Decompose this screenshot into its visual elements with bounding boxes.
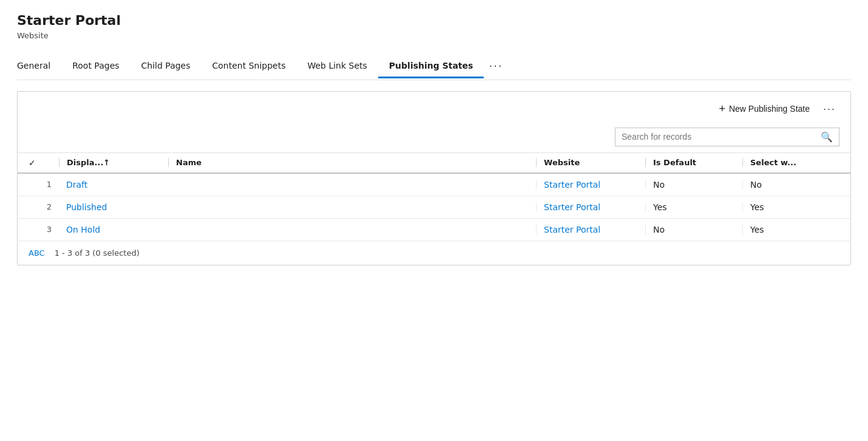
row-is-default: No xyxy=(645,225,742,234)
tab-publishing-states[interactable]: Publishing States xyxy=(378,55,484,78)
row-website-link[interactable]: Starter Portal xyxy=(536,180,645,190)
record-count: 1 - 3 of 3 (0 selected) xyxy=(55,248,140,258)
search-row: 🔍 xyxy=(18,124,850,153)
table-header-row: ✓ Displa...↑ Name Website Is Default Sel… xyxy=(18,153,850,174)
col-header-name[interactable]: Name xyxy=(168,158,536,167)
row-website-link[interactable]: Starter Portal xyxy=(536,225,645,234)
search-input[interactable] xyxy=(622,132,821,142)
row-number: 3 xyxy=(29,225,59,234)
tab-root-pages[interactable]: Root Pages xyxy=(61,55,130,78)
tab-web-link-sets[interactable]: Web Link Sets xyxy=(296,55,378,78)
panel-footer: ABC 1 - 3 of 3 (0 selected) xyxy=(18,241,850,265)
row-is-default: Yes xyxy=(645,202,742,212)
new-button-label: New Publishing State xyxy=(729,104,810,114)
col-header-website[interactable]: Website xyxy=(536,158,645,167)
plus-icon: + xyxy=(719,103,725,115)
table-row: 1 Draft Starter Portal No No xyxy=(18,174,850,196)
row-name-link[interactable]: Draft xyxy=(59,180,168,190)
new-publishing-state-button[interactable]: + New Publishing State xyxy=(715,100,813,118)
col-header-display[interactable]: Displa...↑ xyxy=(59,158,168,167)
col-header-select-w[interactable]: Select w... xyxy=(742,158,839,167)
row-is-default: No xyxy=(645,180,742,190)
row-select-w: No xyxy=(742,180,839,190)
col-selectw-label: Select w... xyxy=(750,158,796,167)
search-box: 🔍 xyxy=(615,128,839,146)
tab-child-pages[interactable]: Child Pages xyxy=(131,55,202,78)
row-name-link[interactable]: On Hold xyxy=(59,225,168,234)
row-number: 1 xyxy=(29,180,59,189)
select-all-check[interactable]: ✓ xyxy=(29,158,36,168)
search-icon[interactable]: 🔍 xyxy=(821,131,833,143)
tab-general[interactable]: General xyxy=(17,55,61,78)
alphabet-filter[interactable]: ABC xyxy=(29,248,45,258)
page-title: Starter Portal xyxy=(17,12,851,30)
col-header-check: ✓ xyxy=(29,158,59,168)
row-number: 2 xyxy=(29,202,59,211)
panel-toolbar: + New Publishing State ··· xyxy=(18,92,850,124)
tab-content-snippets[interactable]: Content Snippets xyxy=(202,55,297,78)
table-row: 3 On Hold Starter Portal No Yes xyxy=(18,219,850,241)
col-name-label: Name xyxy=(176,158,202,167)
toolbar-more-button[interactable]: ··· xyxy=(819,100,839,118)
row-select-w: Yes xyxy=(742,202,839,212)
records-table: ✓ Displa...↑ Name Website Is Default Sel… xyxy=(18,153,850,241)
tab-more-button[interactable]: ··· xyxy=(484,53,507,80)
col-header-is-default[interactable]: Is Default xyxy=(645,158,742,167)
page-subtitle: Website xyxy=(17,31,851,40)
col-display-label: Displa...↑ xyxy=(67,158,110,167)
content-panel: + New Publishing State ··· 🔍 ✓ Displa...… xyxy=(17,91,851,265)
tab-nav: General Root Pages Child Pages Content S… xyxy=(17,53,851,80)
col-website-label: Website xyxy=(544,158,580,167)
table-body: 1 Draft Starter Portal No No 2 Published… xyxy=(18,174,850,241)
row-website-link[interactable]: Starter Portal xyxy=(536,202,645,212)
table-row: 2 Published Starter Portal Yes Yes xyxy=(18,196,850,219)
col-isdefault-label: Is Default xyxy=(653,158,696,167)
row-name-link[interactable]: Published xyxy=(59,202,168,212)
row-select-w: Yes xyxy=(742,225,839,234)
